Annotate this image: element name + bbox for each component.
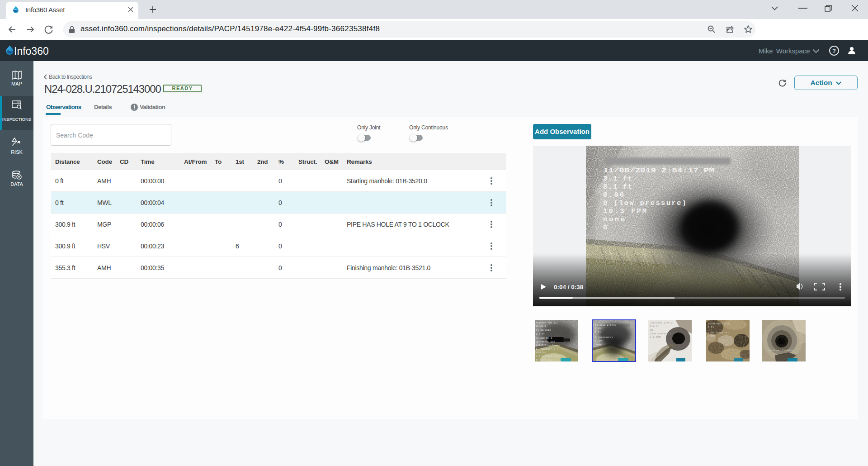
svg-text:operated: 018: operated: 018	[536, 340, 555, 343]
svg-text:1 FPM: 1 FPM	[595, 339, 603, 342]
svg-text:0 FPM: 0 FPM	[708, 335, 716, 338]
svg-text:none: none	[595, 343, 601, 346]
svg-text:4.5 krified Clay: 4.5 krified Clay	[536, 355, 560, 358]
svg-text:4211010/hyulream: 4211010/hyulream	[536, 344, 560, 347]
svg-text:3.4 FT: 3.4 FT	[536, 333, 545, 336]
svg-text:0 (pressure): 0 (pressure)	[595, 336, 613, 339]
svg-text:PA/08 B: PA/08 B	[536, 325, 547, 328]
svg-text:al 09/2013: al 09/2013	[536, 328, 551, 332]
svg-text:preclor: preclor	[536, 351, 546, 354]
svg-text:11/08/2019 2:54:17 PM: 11/08/2019 2:54:17 PM	[603, 166, 714, 175]
svg-text:08/2018 2:54:1: 08/2018 2:54:1	[595, 323, 616, 327]
svg-text:/08/2019 2:54:2: /08/2019 2:54:2	[650, 321, 673, 324]
svg-text:11/08/2019 8:02: 11/08/2019 8:02	[708, 322, 731, 325]
svg-text:anitur? HMS 11.: anitur? HMS 11.	[536, 321, 558, 324]
svg-text:more ran finishin: more ran finishin	[769, 349, 794, 352]
svg-text:0:04 / 0:38: 0:04 / 0:38	[554, 284, 584, 290]
svg-text:1 ft: 1 ft	[708, 326, 714, 329]
svg-text:1 ft: 1 ft	[595, 327, 601, 330]
svg-text:1.6 FPM: 1.6 FPM	[650, 336, 660, 339]
svg-text:1 ft: 1 ft	[595, 331, 601, 334]
svg-text:(low pressure): (low pressure)	[650, 332, 671, 335]
svg-text:43.000 NH 3: 43.000 NH 3	[536, 337, 552, 340]
svg-text:0: 0	[603, 223, 607, 232]
svg-text:00: 00	[650, 328, 653, 332]
svg-text:ar Level:13: ar Level:13	[536, 358, 552, 361]
svg-text:(low pressure): (low pressure)	[708, 331, 729, 334]
svg-text:5. junctor? 0 :: 5. junctor? 0 :	[536, 347, 558, 351]
svg-text:0.8 ft: 0.8 ft	[650, 325, 659, 328]
svg-text:?: ?	[832, 48, 836, 54]
